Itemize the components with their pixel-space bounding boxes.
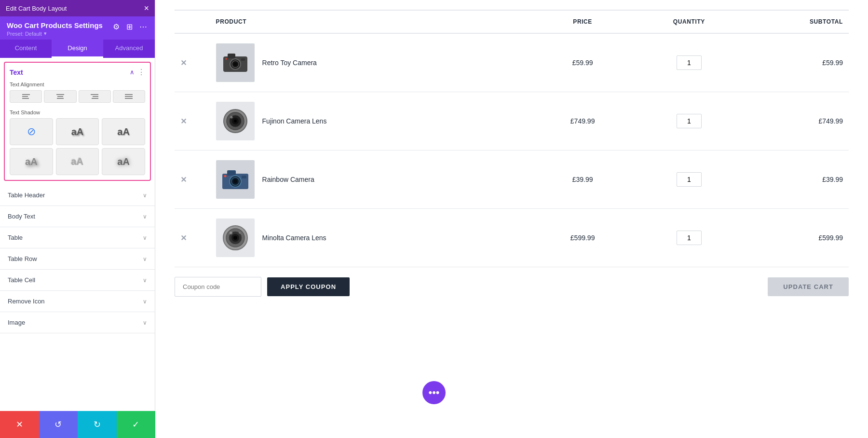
price-cell-3: £39.99 [529,151,636,209]
accordion-remove-icon-toggle[interactable]: Remove Icon ∨ [0,291,155,312]
titlebar-text: Edit Cart Body Layout [6,5,67,12]
panel-tabs: Content Design Advanced [0,40,155,58]
svg-rect-13 [228,54,235,58]
tab-content[interactable]: Content [0,40,52,58]
accordion-table-header-label: Table Header [8,192,45,199]
cart-table: PRODUCT PRICE QUANTITY SUBTOTAL ✕ [175,10,849,267]
cart-actions: APPLY COUPON UPDATE CART [175,267,849,306]
qty-cell-1 [636,33,743,92]
product-name-2: Fujinon Camera Lens [262,117,327,125]
remove-icon[interactable]: ✕ [180,234,187,242]
price-cell-1: £59.99 [529,33,636,92]
accordion-remove-icon-label: Remove Icon [8,298,45,305]
shadow-none-option[interactable]: ⊘ [10,118,53,145]
accordion-table-row-label: Table Row [8,255,37,262]
more-options-icon[interactable]: ⋮ [137,68,145,77]
shadow-inset-option[interactable]: aA [56,148,99,175]
remove-cell-2: ✕ [175,92,210,151]
tab-design[interactable]: Design [52,40,103,58]
shadow-light-option[interactable]: aA [56,118,99,145]
svg-rect-30 [242,176,246,178]
layout-icon-btn[interactable]: ⊞ [125,21,134,32]
shadow-options-grid: ⊘ aA aA aA aA aA [10,118,145,175]
floating-more-icon: ••• [428,386,439,399]
product-image-3 [216,160,255,199]
quantity-input-4[interactable] [677,231,702,245]
accordion-table-cell: Table Cell ∨ [0,270,155,291]
more-icon-btn[interactable]: ⋯ [138,21,148,32]
remove-icon[interactable]: ✕ [180,117,187,125]
save-button[interactable]: ✓ [117,411,156,438]
accordion-table-row: Table Row ∨ [0,248,155,270]
col-remove-header [175,10,210,33]
remove-icon[interactable]: ✕ [180,176,187,184]
accordion-table: Table ∨ [0,227,155,248]
shadow-heavy-option[interactable]: aA [10,148,53,175]
apply-coupon-button[interactable]: APPLY COUPON [267,277,350,296]
cart-preview-panel: PRODUCT PRICE QUANTITY SUBTOTAL ✕ [155,0,868,438]
left-panel: Edit Cart Body Layout × Woo Cart Product… [0,0,155,438]
svg-point-24 [230,116,232,119]
product-image-1 [216,43,255,82]
accordion-table-toggle[interactable]: Table ∨ [0,227,155,248]
accordion-table-label: Table [8,234,23,241]
undo-button[interactable]: ↺ [39,411,78,438]
accordion-table-cell-label: Table Cell [8,276,35,284]
remove-icon[interactable]: ✕ [180,59,187,67]
quantity-input-3[interactable] [677,172,702,187]
cancel-button[interactable]: ✕ [0,411,39,438]
quantity-input-2[interactable] [677,114,702,128]
remove-cell-3: ✕ [175,151,210,209]
update-cart-button[interactable]: UPDATE CART [768,277,849,296]
redo-button[interactable]: ↻ [78,411,117,438]
coupon-input[interactable] [175,277,261,297]
accordion-image-label: Image [8,319,25,326]
shadow-medium-option[interactable]: aA [102,118,145,145]
tab-advanced[interactable]: Advanced [103,40,155,58]
svg-point-29 [233,179,237,183]
accordion-body-text-label: Body Text [8,213,35,220]
text-section-header: Text ∧ ⋮ [10,68,145,77]
align-justify-btn[interactable] [113,90,145,103]
shadow-glow-option[interactable]: aA [102,148,145,175]
chevron-down-icon: ∨ [143,192,147,199]
panel-title: Woo Cart Products Settings [7,21,103,29]
svg-point-23 [234,120,237,123]
subtotal-cell-4: £599.99 [742,209,849,267]
accordion-body-text-toggle[interactable]: Body Text ∨ [0,206,155,227]
panel-bottom-bar: ✕ ↺ ↻ ✓ [0,411,155,438]
accordion-table-cell-toggle[interactable]: Table Cell ∨ [0,270,155,290]
accordion-table-row-toggle[interactable]: Table Row ∨ [0,248,155,269]
chevron-down-icon: ∨ [143,213,147,220]
qty-cell-3 [636,151,743,209]
accordion-body-text: Body Text ∨ [0,206,155,227]
subtotal-cell-2: £749.99 [742,92,849,151]
quantity-input-1[interactable] [677,55,702,70]
svg-point-37 [230,232,232,234]
qty-cell-4 [636,209,743,267]
titlebar-close-button[interactable]: × [144,4,149,13]
subtotal-cell-3: £39.99 [742,151,849,209]
svg-point-16 [234,63,237,66]
settings-icon-btn[interactable]: ⚙ [112,21,121,32]
accordion-table-header-toggle[interactable]: Table Header ∨ [0,185,155,205]
qty-cell-2 [636,92,743,151]
accordion-image: Image ∨ [0,312,155,333]
accordion-image-toggle[interactable]: Image ∨ [0,312,155,333]
product-name-4: Minolta Camera Lens [262,234,326,242]
panel-header-icons: ⚙ ⊞ ⋯ [112,21,148,32]
align-left-btn[interactable] [10,90,42,103]
align-center-btn[interactable] [44,90,76,103]
floating-action-button[interactable]: ••• [422,381,446,404]
svg-point-18 [225,58,227,60]
svg-rect-26 [227,170,236,176]
accordion-table-header: Table Header ∨ [0,185,155,206]
remove-cell-4: ✕ [175,209,210,267]
table-row: ✕ [175,151,849,209]
collapse-icon[interactable]: ∧ [130,68,135,76]
panel-body: Text ∧ ⋮ Text Alignment [0,58,155,438]
table-row: ✕ [175,209,849,267]
cart-table-header-row: PRODUCT PRICE QUANTITY SUBTOTAL [175,10,849,33]
svg-point-31 [224,175,226,178]
align-right-btn[interactable] [79,90,111,103]
